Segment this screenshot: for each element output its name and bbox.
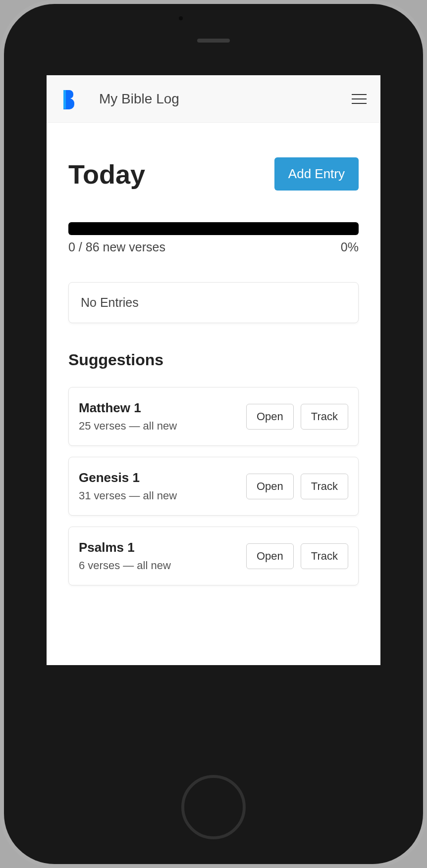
suggestion-card: Genesis 1 31 verses — all new Open Track bbox=[68, 457, 359, 516]
hamburger-menu-icon[interactable] bbox=[352, 94, 367, 104]
add-entry-button[interactable]: Add Entry bbox=[274, 157, 359, 191]
screen: My Bible Log Today Add Entry 0 / 86 new … bbox=[47, 75, 380, 665]
main-content: Today Add Entry 0 / 86 new verses 0% No … bbox=[47, 123, 380, 665]
progress-percent: 0% bbox=[341, 240, 359, 254]
phone-camera-dot bbox=[179, 16, 183, 20]
suggestion-subtitle: 31 verses — all new bbox=[79, 489, 177, 502]
header-row: Today Add Entry bbox=[68, 157, 359, 191]
open-button[interactable]: Open bbox=[246, 543, 294, 569]
progress-label: 0 / 86 new verses bbox=[68, 240, 165, 254]
no-entries-label: No Entries bbox=[81, 295, 139, 309]
phone-frame: My Bible Log Today Add Entry 0 / 86 new … bbox=[0, 0, 427, 868]
navbar: My Bible Log bbox=[47, 75, 380, 123]
open-button[interactable]: Open bbox=[246, 474, 294, 499]
no-entries-card: No Entries bbox=[68, 282, 359, 323]
suggestion-subtitle: 25 verses — all new bbox=[79, 420, 177, 433]
progress-row: 0 / 86 new verses 0% bbox=[68, 240, 359, 254]
phone-home-button[interactable] bbox=[181, 775, 246, 839]
progress-bar bbox=[68, 222, 359, 235]
open-button[interactable]: Open bbox=[246, 404, 294, 430]
suggestion-title: Psalms 1 bbox=[79, 540, 171, 555]
suggestion-title: Matthew 1 bbox=[79, 400, 177, 416]
page-title: Today bbox=[68, 159, 145, 190]
phone-speaker bbox=[197, 39, 230, 43]
track-button[interactable]: Track bbox=[301, 543, 348, 569]
phone-bezel: My Bible Log Today Add Entry 0 / 86 new … bbox=[4, 4, 423, 864]
suggestion-subtitle: 6 verses — all new bbox=[79, 559, 171, 572]
suggestion-card: Matthew 1 25 verses — all new Open Track bbox=[68, 387, 359, 446]
app-logo-icon[interactable] bbox=[60, 89, 79, 109]
suggestion-card: Psalms 1 6 verses — all new Open Track bbox=[68, 527, 359, 585]
track-button[interactable]: Track bbox=[301, 474, 348, 499]
suggestion-title: Genesis 1 bbox=[79, 470, 177, 485]
app-title[interactable]: My Bible Log bbox=[99, 91, 352, 107]
track-button[interactable]: Track bbox=[301, 404, 348, 430]
suggestions-title: Suggestions bbox=[68, 351, 359, 369]
